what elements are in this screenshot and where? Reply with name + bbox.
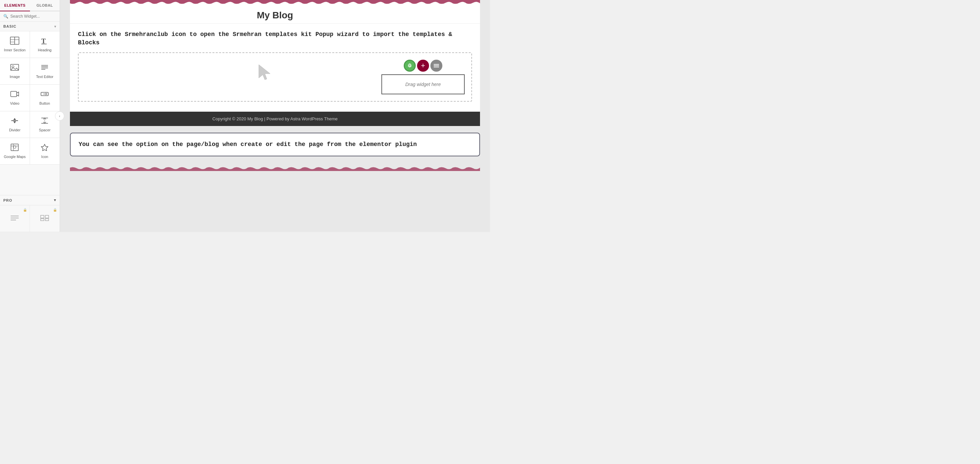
widget-image[interactable]: Image — [0, 58, 30, 85]
basic-section-label: BASIC — [3, 24, 16, 28]
info-box-wrapper: You can see the option on the page/blog … — [60, 126, 490, 166]
svg-rect-36 — [434, 67, 439, 67]
button-icon — [40, 90, 49, 99]
search-icon: 🔍 — [3, 14, 8, 19]
tab-elements[interactable]: ELEMENTS — [0, 0, 30, 11]
sidebar-tabs: ELEMENTS GLOBAL — [0, 0, 60, 11]
chevron-down-icon: ▾ — [54, 25, 56, 28]
pro-widget-2[interactable]: 🔒 — [30, 205, 60, 232]
basic-section-header[interactable]: BASIC ▾ — [0, 22, 60, 31]
pro-section-header[interactable]: PRO ▾ — [0, 195, 60, 205]
widget-divider[interactable]: Divider — [0, 111, 30, 138]
tab-global[interactable]: GLOBAL — [30, 0, 60, 11]
svg-marker-17 — [13, 121, 16, 123]
svg-rect-21 — [11, 144, 18, 151]
search-widget: 🔍 — [0, 11, 60, 22]
widget-icon[interactable]: Icon — [30, 138, 60, 165]
sidebar-collapse-button[interactable]: ‹ — [55, 111, 64, 121]
widget-settings-button[interactable] — [404, 60, 416, 72]
pro-widget-1[interactable]: 🔒 — [0, 205, 30, 232]
pro-chevron-down-icon: ▾ — [54, 198, 56, 203]
spacer-after-drag — [70, 102, 480, 112]
footer-text: Copyright © 2020 My Blog | Powered by As… — [213, 116, 338, 121]
svg-rect-29 — [41, 215, 44, 218]
icon-widget-icon — [40, 144, 49, 153]
heading-icon: T — [40, 37, 49, 46]
lock-icon-1: 🔒 — [23, 208, 27, 212]
cursor-arrow — [256, 63, 275, 85]
svg-rect-35 — [434, 64, 439, 65]
info-box: You can see the option on the page/blog … — [70, 133, 480, 156]
svg-point-33 — [409, 65, 411, 67]
widget-heading-label: Heading — [38, 48, 52, 52]
svg-rect-12 — [11, 91, 17, 97]
toolbar-buttons: + — [404, 60, 442, 72]
widget-icon-label: Icon — [41, 155, 48, 159]
svg-marker-16 — [13, 118, 16, 120]
info-box-text: You can see the option on the page/blog … — [79, 141, 417, 148]
widget-video-label: Video — [10, 101, 19, 106]
blog-title: My Blog — [257, 10, 293, 20]
drag-widget-box[interactable]: Drag widget here — [382, 74, 465, 94]
inner-section-icon — [10, 37, 19, 46]
video-icon — [10, 90, 19, 99]
widget-text-editor[interactable]: Text Editor — [30, 58, 60, 85]
widget-video[interactable]: Video — [0, 85, 30, 111]
instruction-content: Click on the Srmehranclub icon to open t… — [78, 31, 452, 46]
widget-google-maps-label: Google Maps — [4, 155, 25, 159]
widget-menu-button[interactable] — [430, 60, 442, 72]
text-editor-icon — [40, 63, 49, 73]
svg-point-7 — [12, 66, 14, 68]
search-input[interactable] — [10, 14, 56, 19]
sidebar: ELEMENTS GLOBAL 🔍 BASIC ▾ Inner Section — [0, 0, 60, 232]
lock-icon-2: 🔒 — [53, 208, 57, 212]
widget-button-label: Button — [39, 101, 50, 106]
svg-text:T: T — [41, 37, 46, 45]
widget-divider-label: Divider — [9, 128, 20, 132]
divider-icon — [10, 117, 19, 126]
pro-widget-2-icon — [40, 215, 49, 223]
image-icon — [10, 63, 19, 73]
widget-google-maps[interactable]: Google Maps — [0, 138, 30, 165]
white-page: My Blog Click on the Srmehranclub icon t… — [70, 5, 480, 112]
drag-area[interactable]: + Drag widget here — [78, 52, 472, 102]
drag-text: Drag widget here — [406, 82, 441, 87]
footer-bar: Copyright © 2020 My Blog | Powered by As… — [70, 112, 480, 126]
spacer-icon — [40, 117, 49, 126]
pro-widget-grid: 🔒 🔒 — [0, 205, 60, 232]
widget-grid: Inner Section T Heading Image — [0, 31, 60, 165]
svg-rect-30 — [45, 215, 49, 218]
widget-add-button[interactable]: + — [417, 60, 429, 72]
google-maps-icon — [10, 144, 19, 153]
widget-inner-section[interactable]: Inner Section — [0, 31, 30, 58]
widget-text-editor-label: Text Editor — [36, 75, 53, 79]
widget-toolbar: + Drag widget here — [382, 60, 465, 94]
svg-rect-31 — [41, 218, 44, 221]
widget-button[interactable]: Button — [30, 85, 60, 111]
pro-widget-1-icon — [10, 215, 19, 223]
blog-title-bar: My Blog — [70, 5, 480, 24]
pro-section-label: PRO — [3, 198, 12, 203]
widget-inner-section-label: Inner Section — [4, 48, 25, 52]
svg-marker-25 — [41, 144, 48, 151]
widget-heading[interactable]: T Heading — [30, 31, 60, 58]
svg-rect-6 — [11, 64, 19, 70]
widget-image-label: Image — [10, 75, 20, 79]
widget-spacer-label: Spacer — [39, 128, 51, 132]
instruction-text: Click on the Srmehranclub icon to open t… — [70, 24, 480, 52]
svg-rect-32 — [45, 218, 49, 221]
main-content: My Blog Click on the Srmehranclub icon t… — [60, 0, 490, 232]
